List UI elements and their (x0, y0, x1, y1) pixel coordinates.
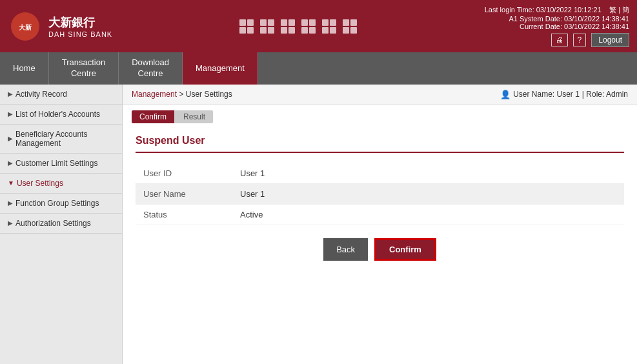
bank-logo-icon: 大新 (8, 10, 43, 43)
sidebar: ▶ Activity Record ▶ List of Holder's Acc… (0, 85, 123, 364)
page-layout: ▶ Activity Record ▶ List of Holder's Acc… (0, 85, 637, 364)
arrow-icon: ▶ (8, 135, 13, 142)
breadcrumb-separator: > (179, 90, 185, 99)
arrow-icon: ▶ (8, 90, 13, 97)
confirm-button[interactable]: Confirm (374, 238, 436, 261)
header-info: Last login Time: 03/10/2022 10:12:21 繁 |… (485, 5, 629, 47)
sidebar-item-activity-record[interactable]: ▶ Activity Record (0, 85, 122, 105)
print-button[interactable]: 🖨 (551, 34, 568, 46)
back-button[interactable]: Back (323, 238, 368, 261)
last-login-text: Last login Time: 03/10/2022 10:12:21 繁 |… (485, 5, 629, 15)
sidebar-item-authorization[interactable]: ▶ Authorization Settings (0, 214, 122, 234)
breadcrumb-bar: Management > User Settings 👤 User Name: … (123, 85, 637, 105)
arrow-icon: ▶ (8, 159, 13, 167)
sidebar-label: Beneficiary Accounts Management (15, 130, 114, 148)
user-info: 👤 User Name: User 1 | Role: Admin (500, 90, 628, 99)
field-label: Status (136, 204, 232, 225)
nav-download[interactable]: DownloadCentre (119, 52, 183, 85)
sidebar-label: List of Holder's Accounts (15, 110, 100, 119)
sidebar-item-function-group[interactable]: ▶ Function Group Settings (0, 194, 122, 214)
step-confirm[interactable]: Confirm (132, 110, 174, 123)
title-divider (136, 152, 624, 153)
header: 大新 大新銀行 DAH SING BANK (0, 0, 637, 52)
sidebar-item-beneficiary[interactable]: ▶ Beneficiary Accounts Management (0, 125, 122, 154)
main-nav: Home TransactionCentre DownloadCentre Ma… (0, 52, 637, 85)
arrow-icon: ▶ (8, 219, 13, 227)
breadcrumb-current: User Settings (186, 90, 232, 99)
decorative-pattern (239, 19, 357, 34)
bank-name: 大新銀行 DAH SING BANK (48, 15, 112, 38)
bank-logo: 大新 大新銀行 DAH SING BANK (8, 10, 112, 43)
sidebar-label: Authorization Settings (15, 219, 91, 228)
arrow-icon: ▶ (8, 199, 13, 207)
main-form: Suspend User User ID User 1 User Name Us… (123, 128, 637, 267)
button-bar: Back Confirm (136, 238, 624, 261)
field-label: User ID (136, 163, 232, 184)
steps-bar: Confirm Result (123, 105, 637, 128)
sidebar-label: Function Group Settings (15, 199, 99, 208)
header-actions: 🖨 ? Logout (485, 33, 629, 47)
svg-text:大新: 大新 (18, 24, 32, 31)
table-row: User Name User 1 (136, 183, 624, 204)
table-row: Status Active (136, 204, 624, 225)
field-value: Active (232, 204, 624, 225)
user-info-table: User ID User 1 User Name User 1 Status A… (136, 163, 624, 225)
sidebar-item-customer-limit[interactable]: ▶ Customer Limit Settings (0, 154, 122, 174)
sidebar-item-user-settings[interactable]: ▼ User Settings (0, 174, 122, 194)
logout-button[interactable]: Logout (591, 33, 629, 47)
sidebar-label: Activity Record (15, 90, 67, 99)
nav-management[interactable]: Management (183, 52, 258, 85)
step-result: Result (174, 110, 213, 123)
nav-transaction[interactable]: TransactionCentre (49, 52, 119, 85)
field-label: User Name (136, 183, 232, 204)
nav-home[interactable]: Home (0, 52, 49, 85)
breadcrumb: Management > User Settings (132, 90, 232, 99)
role-label: | Role: Admin (582, 90, 628, 99)
sidebar-item-holder-accounts[interactable]: ▶ List of Holder's Accounts (0, 105, 122, 125)
table-row: User ID User 1 (136, 163, 624, 184)
user-icon: 👤 (500, 90, 511, 99)
arrow-icon: ▶ (8, 110, 13, 117)
sidebar-label: Customer Limit Settings (15, 159, 97, 168)
field-value: User 1 (232, 163, 624, 184)
user-name: User Name: User 1 (513, 90, 580, 99)
arrow-down-icon: ▼ (8, 179, 14, 187)
page-title: Suspend User (136, 135, 624, 147)
sidebar-label: User Settings (17, 179, 63, 188)
field-value: User 1 (232, 183, 624, 204)
main-content: Management > User Settings 👤 User Name: … (123, 85, 637, 364)
help-button[interactable]: ? (573, 34, 587, 46)
breadcrumb-parent[interactable]: Management (132, 90, 177, 99)
